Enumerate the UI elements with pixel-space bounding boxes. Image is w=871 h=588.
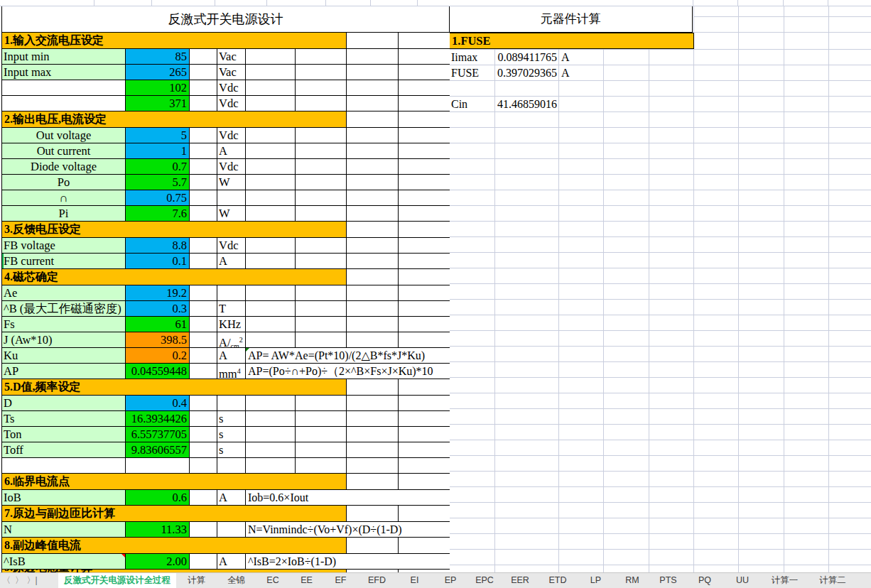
section-header-cell[interactable]: 2.输出电压,电流设定 [2, 111, 347, 128]
row-unit-cell[interactable]: Vdc [217, 159, 246, 175]
empty-cell[interactable] [347, 190, 399, 206]
empty-cell[interactable] [347, 458, 399, 474]
row-label-cell[interactable]: Ae [2, 285, 126, 301]
row-label-cell[interactable]: ∩ [2, 190, 126, 206]
empty-cell[interactable] [347, 206, 399, 222]
empty-cell[interactable] [190, 458, 217, 474]
sheet-tab[interactable]: EP [433, 573, 467, 588]
empty-cell[interactable] [347, 379, 399, 396]
empty-cell[interactable] [399, 506, 450, 522]
row-label-cell[interactable]: Out voltage [2, 128, 126, 143]
row-label-cell[interactable]: Po [2, 175, 126, 190]
empty-cell[interactable] [347, 317, 399, 332]
empty-cell[interactable] [399, 301, 450, 317]
empty-cell[interactable] [399, 474, 450, 490]
empty-cell[interactable] [399, 538, 450, 554]
row-label-cell[interactable]: IoB [2, 490, 126, 506]
empty-cell[interactable] [347, 65, 399, 80]
row-unit-cell[interactable]: mm4 [217, 364, 246, 379]
empty-cell[interactable] [246, 65, 296, 80]
empty-cell[interactable] [246, 332, 296, 348]
section-header-cell[interactable]: 4.磁芯确定 [2, 269, 347, 285]
section-header-cell[interactable]: 1.输入交流电压设定 [2, 33, 347, 49]
empty-cell[interactable] [399, 411, 450, 427]
empty-cell[interactable] [190, 159, 217, 175]
empty-cell[interactable] [347, 159, 399, 175]
empty-cell[interactable] [399, 33, 450, 49]
sheet-tab[interactable]: 计算二 [808, 573, 858, 588]
row-formula-cell[interactable]: ^IsB=2×IoB÷(1-D) [246, 554, 450, 570]
empty-cell[interactable] [399, 379, 450, 396]
row-label-cell[interactable]: Input max [2, 65, 126, 80]
row-label-cell[interactable]: FB voltage [2, 238, 126, 254]
row-unit-cell[interactable]: W [217, 175, 246, 190]
empty-cell[interactable] [246, 285, 296, 301]
empty-cell[interactable] [399, 206, 450, 222]
empty-cell[interactable] [296, 96, 347, 111]
row-value-cell[interactable]: 0.3 [126, 301, 190, 317]
empty-cell[interactable] [190, 301, 217, 317]
empty-cell[interactable] [399, 238, 450, 254]
empty-cell[interactable] [246, 128, 296, 143]
empty-cell[interactable] [190, 332, 217, 348]
sheet-tab[interactable]: EC [256, 573, 290, 588]
calc-value-cell[interactable]: 0.089411765 [494, 50, 557, 65]
row-value-cell[interactable]: 8.8 [126, 238, 190, 254]
row-unit-cell[interactable]: W [217, 206, 246, 222]
row-unit-cell[interactable]: A/cm2 [217, 332, 246, 348]
row-value-cell[interactable]: 0.4 [126, 396, 190, 411]
row-label-cell[interactable]: FB current [2, 254, 126, 269]
row-label-cell[interactable]: Ton [2, 427, 126, 442]
row-formula-cell[interactable]: AP=(Po÷∩+Po)÷（2×^B×Fs×J×Ku)*10 [246, 364, 450, 379]
empty-cell[interactable] [347, 538, 399, 554]
empty-cell[interactable] [347, 269, 399, 285]
empty-cell[interactable] [399, 332, 450, 348]
empty-cell[interactable] [347, 506, 399, 522]
row-unit-cell[interactable] [217, 522, 246, 538]
empty-cell[interactable] [399, 159, 450, 175]
empty-cell[interactable] [399, 175, 450, 190]
empty-cell[interactable] [399, 285, 450, 301]
empty-cell[interactable] [190, 411, 217, 427]
sheet-tab[interactable]: 计算 [176, 573, 217, 588]
empty-cell[interactable] [347, 332, 399, 348]
empty-cell[interactable] [190, 254, 217, 269]
calc-unit-cell[interactable]: A [561, 65, 600, 80]
empty-cell[interactable] [246, 80, 296, 96]
empty-cell[interactable] [347, 442, 399, 458]
sheet-tab[interactable]: LP [577, 573, 615, 588]
sheet-tab[interactable]: EF [323, 573, 358, 588]
row-unit-cell[interactable]: Vdc [217, 238, 246, 254]
empty-cell[interactable] [296, 159, 347, 175]
empty-cell[interactable] [399, 442, 450, 458]
empty-cell[interactable] [246, 96, 296, 111]
sheet-tab[interactable]: RM [615, 573, 650, 588]
section-header-cell[interactable]: 8.副边峰值电流 [2, 538, 347, 554]
row-unit-cell[interactable]: A [217, 254, 246, 269]
empty-cell[interactable] [246, 190, 296, 206]
row-value-cell[interactable]: 61 [126, 317, 190, 332]
row-formula-cell[interactable]: AP= AW*Ae=(Pt*10)/(2△B*fs*J*Ku) [246, 348, 450, 364]
empty-cell[interactable] [246, 458, 296, 474]
row-label-cell[interactable]: Out current [2, 143, 126, 159]
row-formula-cell[interactable]: Iob=0.6×Iout [246, 490, 450, 506]
empty-cell[interactable] [190, 427, 217, 442]
empty-cell[interactable] [190, 80, 217, 96]
empty-cell[interactable] [190, 128, 217, 143]
section-header-cell[interactable]: 7.原边与副边匝比计算 [2, 506, 347, 522]
row-value-cell[interactable]: 0.6 [126, 490, 190, 506]
empty-cell[interactable] [347, 96, 399, 111]
empty-cell[interactable] [190, 285, 217, 301]
row-label-cell[interactable]: ^IsB [2, 554, 126, 570]
section-header-cell[interactable]: 6.临界电流点 [2, 474, 347, 490]
empty-cell[interactable] [190, 317, 217, 332]
row-unit-cell[interactable]: Vdc [217, 128, 246, 143]
empty-cell[interactable] [246, 206, 296, 222]
row-value-cell[interactable]: 0.7 [126, 159, 190, 175]
empty-cell[interactable] [190, 396, 217, 411]
empty-cell[interactable] [399, 396, 450, 411]
row-unit-cell[interactable]: KHz [217, 317, 246, 332]
empty-cell[interactable] [296, 411, 347, 427]
empty-cell[interactable] [296, 301, 347, 317]
empty-cell[interactable] [296, 190, 347, 206]
